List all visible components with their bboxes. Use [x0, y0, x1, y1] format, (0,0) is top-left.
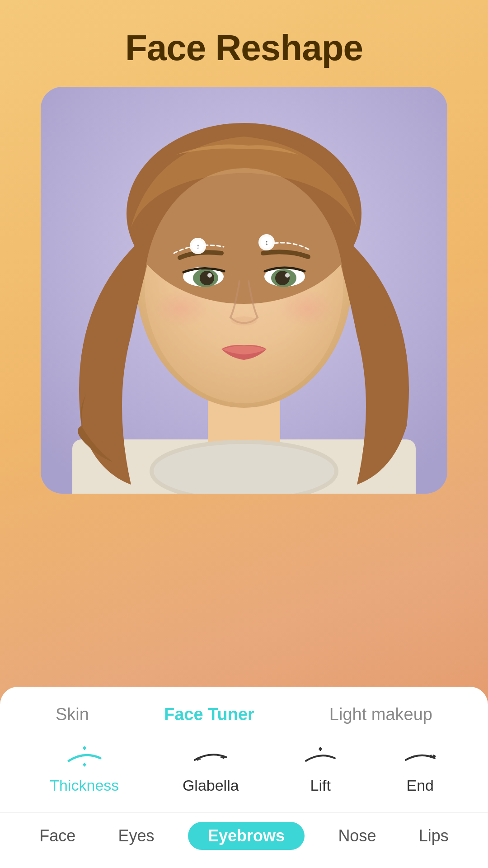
svg-point-8 [145, 168, 343, 403]
tool-thickness[interactable]: Thickness [50, 744, 119, 794]
nav-face[interactable]: Face [30, 822, 84, 850]
end-label: End [406, 777, 434, 794]
main-wrapper: Face Reshape [0, 0, 488, 868]
tab-face-tuner[interactable]: Face Tuner [157, 703, 262, 726]
end-icon [402, 744, 438, 771]
svg-point-19 [280, 290, 334, 326]
svg-text:↕: ↕ [265, 239, 268, 246]
category-tabs: Skin Face Tuner Light makeup [0, 703, 488, 726]
tab-light-makeup[interactable]: Light makeup [322, 703, 440, 726]
tab-skin[interactable]: Skin [48, 703, 96, 726]
glabella-label: Glabella [183, 777, 239, 794]
thickness-label: Thickness [50, 777, 119, 794]
svg-point-16 [285, 273, 290, 278]
nav-eyes[interactable]: Eyes [109, 822, 164, 850]
photo-card: ↕ ↕ [41, 87, 447, 494]
page-title: Face Reshape [125, 27, 363, 69]
tool-lift[interactable]: Lift [302, 744, 338, 794]
lift-icon [302, 744, 338, 771]
tool-end[interactable]: End [402, 744, 438, 794]
thickness-icon [66, 744, 103, 771]
bottom-nav: Face Eyes Eyebrows Nose Lips [0, 812, 488, 854]
svg-text:↕: ↕ [196, 242, 200, 250]
tool-row: Thickness Glabella [0, 744, 488, 794]
nav-lips[interactable]: Lips [410, 822, 458, 850]
svg-point-11 [200, 271, 214, 285]
svg-point-17 [231, 316, 257, 326]
bottom-panel: Skin Face Tuner Light makeup [0, 687, 488, 868]
nav-nose[interactable]: Nose [329, 822, 385, 850]
nav-eyebrows[interactable]: Eyebrows [188, 822, 305, 850]
glabella-icon [192, 744, 229, 771]
svg-point-12 [207, 273, 212, 278]
tool-glabella[interactable]: Glabella [183, 744, 239, 794]
face-image: ↕ ↕ [41, 87, 447, 494]
svg-point-18 [154, 290, 208, 326]
lift-label: Lift [310, 777, 330, 794]
svg-point-15 [275, 271, 290, 285]
